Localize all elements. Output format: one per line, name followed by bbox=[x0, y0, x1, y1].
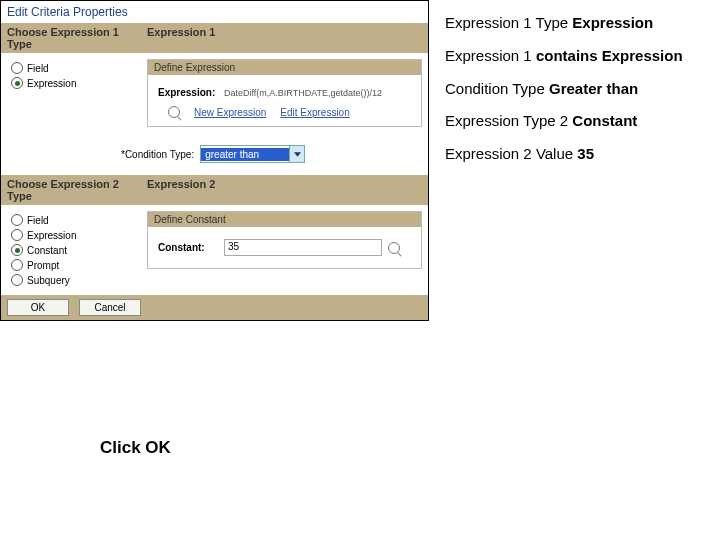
expression-2-label: Expression 2 bbox=[141, 175, 428, 205]
constant-field-label: Constant: bbox=[158, 242, 218, 253]
magnify-icon[interactable] bbox=[168, 106, 180, 118]
dropdown-selected: greater than bbox=[201, 148, 289, 161]
click-ok-instruction: Click OK bbox=[100, 438, 171, 458]
radio-expression-2[interactable]: Expression bbox=[11, 229, 131, 241]
button-row: OK Cancel bbox=[1, 295, 428, 320]
radio-icon bbox=[11, 274, 23, 286]
expr2-type-pane: Field Expression Constant Prompt Subquer… bbox=[1, 205, 141, 295]
anno-expr2-value: Expression 2 Value 35 bbox=[445, 145, 683, 164]
window-title: Edit Criteria Properties bbox=[1, 1, 428, 23]
annotations: Expression 1 Type Expression Expression … bbox=[429, 0, 691, 178]
anno-expr1-type: Expression 1 Type Expression bbox=[445, 14, 683, 33]
section-1-header: Choose Expression 1 Type Expression 1 bbox=[1, 23, 428, 53]
edit-expression-link[interactable]: Edit Expression bbox=[280, 107, 349, 118]
radio-label: Constant bbox=[27, 245, 67, 256]
anno-expr2-type: Expression Type 2 Constant bbox=[445, 112, 683, 131]
radio-label: Field bbox=[27, 63, 49, 74]
radio-icon bbox=[11, 244, 23, 256]
radio-field-1[interactable]: Field bbox=[11, 62, 131, 74]
constant-input[interactable]: 35 bbox=[224, 239, 382, 256]
define-expression-header: Define Expression bbox=[148, 60, 421, 75]
anno-condition-type: Condition Type Greater than bbox=[445, 80, 683, 99]
condition-type-label: *Condition Type: bbox=[121, 149, 194, 160]
condition-type-dropdown[interactable]: greater than bbox=[200, 145, 305, 163]
magnify-icon[interactable] bbox=[388, 242, 400, 254]
radio-label: Field bbox=[27, 215, 49, 226]
radio-icon bbox=[11, 259, 23, 271]
cancel-button[interactable]: Cancel bbox=[79, 299, 141, 316]
radio-field-2[interactable]: Field bbox=[11, 214, 131, 226]
chevron-down-icon bbox=[289, 146, 304, 162]
radio-expression-1[interactable]: Expression bbox=[11, 77, 131, 89]
radio-label: Subquery bbox=[27, 275, 70, 286]
expression-value: DateDiff(m,A.BIRTHDATE,getdate())/12 bbox=[224, 88, 411, 98]
condition-row: *Condition Type: greater than bbox=[1, 133, 428, 175]
anno-expr1-contains: Expression 1 contains Expression bbox=[445, 47, 683, 66]
choose-expr2-type-label: Choose Expression 2 Type bbox=[1, 175, 141, 205]
edit-criteria-window: Edit Criteria Properties Choose Expressi… bbox=[0, 0, 429, 321]
choose-expr1-type-label: Choose Expression 1 Type bbox=[1, 23, 141, 53]
radio-label: Prompt bbox=[27, 260, 59, 271]
radio-prompt-2[interactable]: Prompt bbox=[11, 259, 131, 271]
radio-label: Expression bbox=[27, 230, 76, 241]
radio-icon bbox=[11, 77, 23, 89]
ok-button[interactable]: OK bbox=[7, 299, 69, 316]
define-constant-header: Define Constant bbox=[148, 212, 421, 227]
define-expression-panel: Define Expression Expression: DateDiff(m… bbox=[147, 59, 422, 127]
radio-subquery-2[interactable]: Subquery bbox=[11, 274, 131, 286]
radio-icon bbox=[11, 62, 23, 74]
define-constant-panel: Define Constant Constant: 35 bbox=[147, 211, 422, 269]
radio-label: Expression bbox=[27, 78, 76, 89]
radio-icon bbox=[11, 229, 23, 241]
radio-icon bbox=[11, 214, 23, 226]
radio-constant-2[interactable]: Constant bbox=[11, 244, 131, 256]
expression-field-label: Expression: bbox=[158, 87, 218, 98]
expr1-type-pane: Field Expression bbox=[1, 53, 141, 133]
expression-1-label: Expression 1 bbox=[141, 23, 428, 53]
section-2-header: Choose Expression 2 Type Expression 2 bbox=[1, 175, 428, 205]
new-expression-link[interactable]: New Expression bbox=[194, 107, 266, 118]
